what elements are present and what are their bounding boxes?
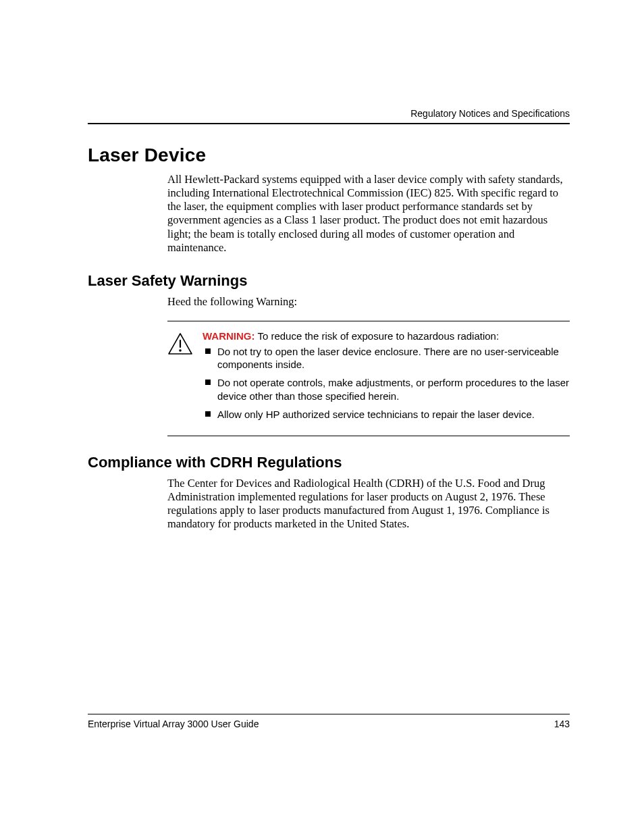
warning-top-rule bbox=[167, 321, 570, 321]
footer-page-number: 143 bbox=[554, 719, 570, 729]
warning-content: WARNING: To reduce the risk of exposure … bbox=[203, 330, 570, 426]
warning-bullet: Do not try to open the laser device encl… bbox=[203, 345, 570, 371]
warning-bottom-rule bbox=[167, 436, 570, 436]
footer-rule bbox=[88, 714, 570, 714]
section-cdrh-body: The Center for Devices and Radiological … bbox=[167, 477, 570, 531]
paragraph: All Hewlett-Packard systems equipped wit… bbox=[167, 173, 570, 255]
warning-bullet: Do not operate controls, make adjustment… bbox=[203, 376, 570, 402]
warning-label: WARNING: bbox=[203, 330, 255, 342]
page-footer: Enterprise Virtual Array 3000 User Guide… bbox=[88, 714, 570, 729]
warning-lead-text: To reduce the risk of exposure to hazard… bbox=[255, 330, 500, 342]
header-rule bbox=[88, 123, 570, 124]
document-page: Regulatory Notices and Specifications La… bbox=[0, 0, 644, 834]
paragraph: The Center for Devices and Radiological … bbox=[167, 477, 570, 531]
heading-cdrh: Compliance with CDRH Regulations bbox=[88, 454, 570, 471]
heading-laser-safety: Laser Safety Warnings bbox=[88, 272, 570, 290]
section-laser-device-body: All Hewlett-Packard systems equipped wit… bbox=[167, 173, 570, 255]
paragraph: Heed the following Warning: bbox=[167, 295, 570, 309]
section-laser-safety-intro: Heed the following Warning: bbox=[167, 295, 570, 309]
warning-icon bbox=[167, 332, 193, 358]
svg-point-2 bbox=[179, 349, 182, 352]
heading-laser-device: Laser Device bbox=[88, 145, 570, 166]
warning-bullet-list: Do not try to open the laser device encl… bbox=[203, 345, 570, 421]
warning-bullet: Allow only HP authorized service technic… bbox=[203, 408, 570, 421]
warning-callout: WARNING: To reduce the risk of exposure … bbox=[167, 321, 570, 436]
running-head: Regulatory Notices and Specifications bbox=[88, 108, 570, 119]
footer-doc-title: Enterprise Virtual Array 3000 User Guide bbox=[88, 719, 259, 729]
